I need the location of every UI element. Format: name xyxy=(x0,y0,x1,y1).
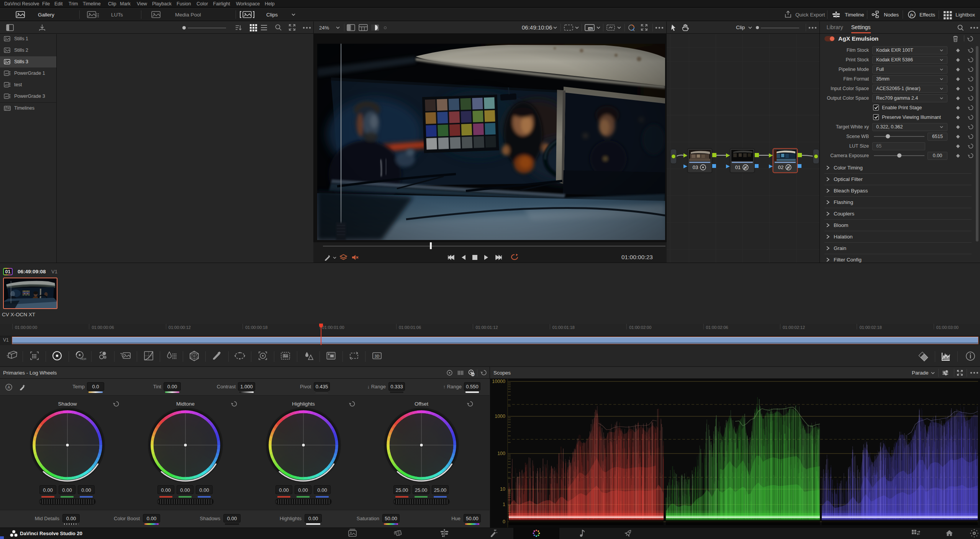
svg-text:A: A xyxy=(8,385,10,389)
svg-text:fx: fx xyxy=(910,13,914,17)
svg-text:1: 1 xyxy=(503,502,505,507)
svg-text:03: 03 xyxy=(693,164,698,170)
svg-text:10: 10 xyxy=(500,486,505,492)
svg-text:LOG: LOG xyxy=(471,374,475,376)
svg-text:01: 01 xyxy=(735,164,741,170)
svg-text:02: 02 xyxy=(778,164,783,170)
svg-text:3D: 3D xyxy=(374,354,379,358)
svg-text:HDR: HDR xyxy=(80,357,86,361)
svg-text:0: 0 xyxy=(503,519,505,524)
svg-text:10000: 10000 xyxy=(492,379,505,384)
svg-text:1000: 1000 xyxy=(495,414,505,419)
svg-text:HQ: HQ xyxy=(589,28,592,30)
svg-text:100: 100 xyxy=(497,451,505,456)
